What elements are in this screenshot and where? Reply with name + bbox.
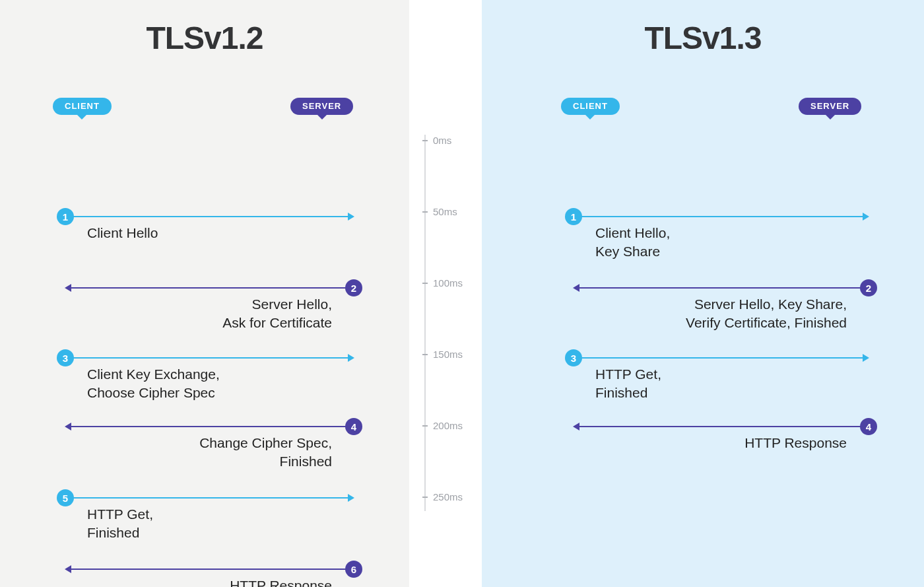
tick-label: 200ms [433, 420, 463, 431]
step-number: 1 [565, 208, 582, 225]
step-3: 3HTTP Get, Finished [574, 357, 868, 403]
tick-mark [422, 354, 428, 355]
tick-label: 50ms [433, 206, 457, 217]
timeline-gap: 0ms50ms100ms150ms200ms250ms [409, 0, 482, 587]
arrow-left-icon [66, 569, 353, 570]
step-number: 3 [565, 349, 582, 366]
step-label: Client Key Exchange, Choose Cipher Spec [66, 365, 353, 403]
tick-label: 0ms [433, 135, 451, 146]
tick-label: 250ms [433, 491, 463, 502]
step-6: 6HTTP Response [66, 569, 353, 587]
title-tls13: TLSv1.3 [482, 20, 924, 56]
title-tls12: TLSv1.2 [0, 20, 409, 56]
arrow-right-icon [66, 497, 353, 499]
tick-mark [422, 211, 428, 213]
arrow-right-icon [574, 216, 868, 217]
arrow-left-icon [66, 426, 353, 427]
server-pill-left: SERVER [290, 98, 353, 115]
step-number: 1 [57, 208, 74, 225]
step-label: HTTP Response [66, 576, 353, 587]
tick-250ms: 250ms [422, 491, 463, 502]
step-label: Change Cipher Spec, Finished [66, 434, 353, 471]
step-label: Server Hello, Key Share, Verify Certific… [574, 295, 868, 333]
step-number: 3 [57, 349, 74, 366]
step-1: 1Client Hello, Key Share [574, 216, 868, 261]
step-number: 4 [345, 418, 362, 435]
arrow-right-icon [574, 357, 868, 359]
step-4: 4Change Cipher Spec, Finished [66, 426, 353, 471]
step-number: 2 [860, 279, 877, 296]
arrow-right-icon [66, 216, 353, 217]
step-2: 2Server Hello, Ask for Certificate [66, 287, 353, 333]
tick-mark [422, 497, 428, 498]
step-label: Server Hello, Ask for Certificate [66, 295, 353, 333]
tick-200ms: 200ms [422, 420, 463, 431]
tick-mark [422, 425, 428, 427]
tick-100ms: 100ms [422, 277, 463, 289]
step-3: 3Client Key Exchange, Choose Cipher Spec [66, 357, 353, 403]
step-number: 2 [345, 279, 362, 296]
step-2: 2Server Hello, Key Share, Verify Certifi… [574, 287, 868, 333]
client-pill-right: CLIENT [561, 98, 620, 115]
tick-50ms: 50ms [422, 206, 457, 217]
arrow-left-icon [574, 287, 868, 289]
step-1: 1Client Hello [66, 216, 353, 242]
step-label: Client Hello [66, 224, 353, 242]
step-number: 5 [57, 489, 74, 506]
axis-line [424, 135, 426, 511]
step-label: HTTP Get, Finished [66, 505, 353, 543]
server-pill-right: SERVER [799, 98, 861, 115]
step-label: Client Hello, Key Share [574, 224, 868, 261]
tick-mark [422, 140, 428, 141]
step-5: 5HTTP Get, Finished [66, 497, 353, 543]
client-pill-left: CLIENT [53, 98, 112, 115]
panel-tls12: TLSv1.2 CLIENT SERVER 1Client Hello2Serv… [0, 0, 409, 587]
panel-tls13: TLSv1.3 CLIENT SERVER 1Client Hello, Key… [482, 0, 924, 587]
step-4: 4HTTP Response [574, 426, 868, 452]
step-label: HTTP Response [574, 434, 868, 452]
arrow-left-icon [574, 426, 868, 427]
tick-label: 100ms [433, 277, 463, 289]
arrow-right-icon [66, 357, 353, 359]
step-number: 4 [860, 418, 877, 435]
arrow-left-icon [66, 287, 353, 289]
tick-label: 150ms [433, 349, 463, 360]
tick-150ms: 150ms [422, 349, 463, 360]
tick-0ms: 0ms [422, 135, 451, 146]
step-number: 6 [345, 561, 362, 578]
tick-mark [422, 283, 428, 284]
step-label: HTTP Get, Finished [574, 365, 868, 403]
